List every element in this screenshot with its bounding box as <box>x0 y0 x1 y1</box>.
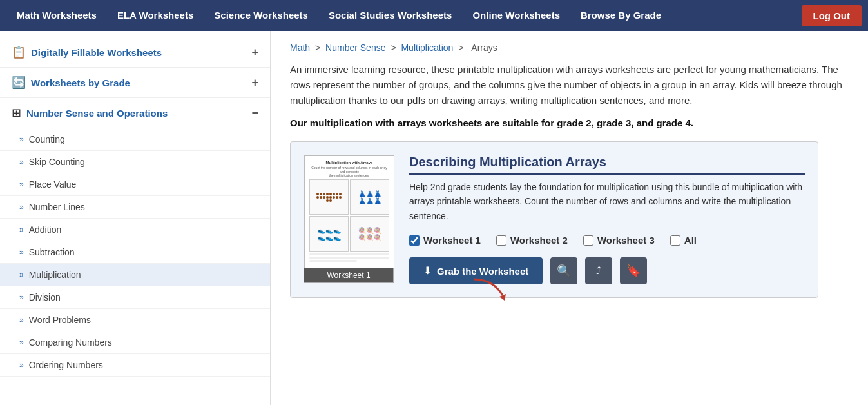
thumbnail-label: Worksheet 1 <box>304 268 393 282</box>
arrow-icon-place-value: » <box>19 180 24 189</box>
nav-online-worksheets[interactable]: Online Worksheets <box>462 0 570 31</box>
arrow-icon-word-problems: » <box>19 315 24 324</box>
breadcrumb-arrays: Arrays <box>471 43 497 53</box>
sidebar-subitem-comparing-numbers[interactable]: » Comparing Numbers <box>0 331 270 354</box>
nav-math-worksheets[interactable]: Math Worksheets <box>6 0 107 31</box>
search-icon: 🔍 <box>557 264 571 278</box>
nav-browse-by-grade[interactable]: Browse By Grade <box>570 0 671 31</box>
breadcrumb-number-sense[interactable]: Number Sense <box>325 43 385 53</box>
sidebar-subitem-multiplication[interactable]: » Multiplication <box>0 264 270 286</box>
arrow-icon-division: » <box>19 293 24 302</box>
action-row: ⬇ Grab the Worksheet 🔍 ⤴ 🔖 <box>409 257 805 284</box>
breadcrumb: Math > Number Sense > Multiplication > A… <box>290 43 849 53</box>
sidebar-item-number-sense[interactable]: ⊞ Number Sense and Operations − <box>0 98 270 128</box>
share-icon: ⤴ <box>596 265 601 277</box>
nav-ela-worksheets[interactable]: ELA Worksheets <box>107 0 204 31</box>
search-button[interactable]: 🔍 <box>550 257 577 284</box>
sidebar-subitem-addition[interactable]: » Addition <box>0 219 270 241</box>
page-layout: 📋 Digitally Fillable Worksheets + 🔄 Work… <box>0 31 868 405</box>
bookmark-button[interactable]: 🔖 <box>620 257 647 284</box>
sidebar-subitem-division[interactable]: » Division <box>0 286 270 309</box>
download-icon: ⬇ <box>423 265 432 277</box>
sidebar-item-digitally-fillable[interactable]: 📋 Digitally Fillable Worksheets + <box>0 37 270 68</box>
sidebar-subitem-word-problems[interactable]: » Word Problems <box>0 309 270 331</box>
sidebar-label-fillable: Digitally Fillable Worksheets <box>31 47 162 58</box>
nav-science-worksheets[interactable]: Science Worksheets <box>204 0 318 31</box>
arrow-icon-multiplication: » <box>19 270 24 279</box>
card-title: Describing Multiplication Arrays <box>409 155 805 175</box>
worksheet-check-2[interactable]: Worksheet 2 <box>496 235 568 246</box>
checkbox-ws-all[interactable] <box>670 235 680 246</box>
sidebar-item-worksheets-by-grade[interactable]: 🔄 Worksheets by Grade + <box>0 68 270 98</box>
arrow-icon-skip-counting: » <box>19 157 24 166</box>
arrow-annotation <box>467 276 519 304</box>
sidebar-subitem-subtraction[interactable]: » Subtraction <box>0 241 270 264</box>
sidebar-label-number-sense: Number Sense and Operations <box>26 108 168 119</box>
sidebar-subitem-place-value[interactable]: » Place Value <box>0 173 270 196</box>
worksheet-check-3[interactable]: Worksheet 3 <box>583 235 655 246</box>
share-button[interactable]: ⤴ <box>585 257 612 284</box>
card-right: Describing Multiplication Arrays Help 2n… <box>409 155 805 284</box>
arrow-icon-number-lines: » <box>19 202 24 212</box>
sidebar-subitems: » Counting » Skip Counting » Place Value… <box>0 128 270 377</box>
card-description: Help 2nd grade students lay the foundati… <box>409 180 805 223</box>
sidebar: 📋 Digitally Fillable Worksheets + 🔄 Work… <box>0 31 271 405</box>
worksheet-thumbnail[interactable]: Multiplication with Arrays Count the num… <box>304 155 394 283</box>
breadcrumb-multiplication[interactable]: Multiplication <box>401 43 453 53</box>
thumbnail-preview: Multiplication with Arrays Count the num… <box>304 155 394 268</box>
arrow-icon-addition: » <box>19 225 24 234</box>
worksheet-checks: Worksheet 1 Worksheet 2 Worksheet 3 All <box>409 235 805 246</box>
sidebar-label-grade: Worksheets by Grade <box>31 77 130 88</box>
worksheet-card: Multiplication with Arrays Count the num… <box>290 141 818 298</box>
checkbox-ws2[interactable] <box>496 235 506 246</box>
main-nav: Math Worksheets ELA Worksheets Science W… <box>0 0 868 31</box>
page-description-bold: Our multiplication with arrays worksheet… <box>290 117 849 128</box>
sidebar-subitem-ordering-numbers[interactable]: » Ordering Numbers <box>0 354 270 377</box>
sidebar-collapse-number-sense[interactable]: − <box>251 106 258 120</box>
sidebar-subitem-skip-counting[interactable]: » Skip Counting <box>0 151 270 173</box>
bookmark-icon: 🔖 <box>626 264 641 278</box>
nav-social-studies-worksheets[interactable]: Social Studies Worksheets <box>318 0 462 31</box>
arrow-icon-counting: » <box>19 135 24 144</box>
sidebar-subitem-number-lines[interactable]: » Number Lines <box>0 196 270 219</box>
sidebar-icon-number-sense: ⊞ <box>12 106 21 120</box>
main-content: Math > Number Sense > Multiplication > A… <box>271 31 868 405</box>
worksheet-check-1[interactable]: Worksheet 1 <box>409 235 481 246</box>
checkbox-ws3[interactable] <box>583 235 593 246</box>
sidebar-expand-grade[interactable]: + <box>251 76 258 90</box>
sidebar-expand-fillable[interactable]: + <box>251 46 258 59</box>
arrow-icon-subtraction: » <box>19 248 24 257</box>
sidebar-icon-fillable: 📋 <box>12 45 26 59</box>
arrow-icon-ordering-numbers: » <box>19 361 24 370</box>
checkbox-ws1[interactable] <box>409 235 420 246</box>
breadcrumb-math[interactable]: Math <box>290 43 310 53</box>
logout-button[interactable]: Log Out <box>802 5 862 26</box>
sidebar-subitem-counting[interactable]: » Counting <box>0 128 270 151</box>
sidebar-icon-grade: 🔄 <box>12 75 26 90</box>
arrow-icon-comparing-numbers: » <box>19 338 24 347</box>
page-description: An immersive learning resource, these pr… <box>290 62 849 108</box>
worksheet-check-all[interactable]: All <box>670 235 697 246</box>
